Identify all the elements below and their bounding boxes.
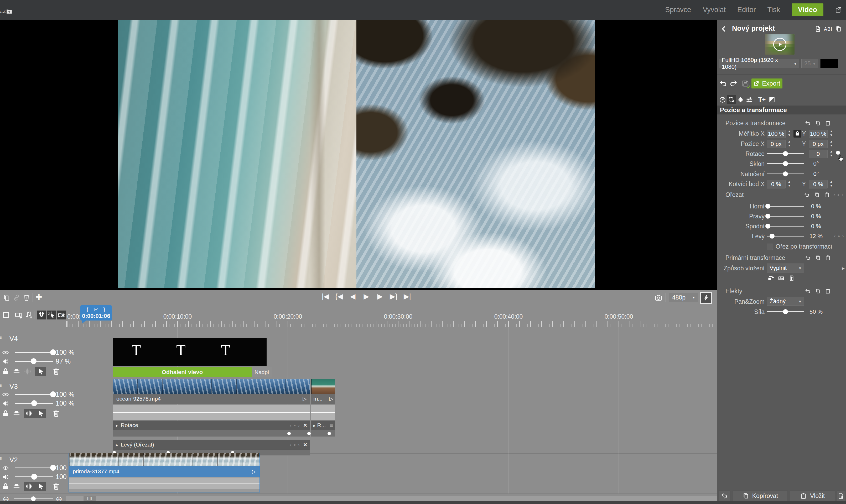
tab-vyvolat[interactable]: Vyvolat xyxy=(703,6,726,14)
add-video-track-icon[interactable] xyxy=(15,311,22,319)
undo-icon[interactable] xyxy=(719,79,727,87)
spin-down-icon[interactable]: ▼ xyxy=(788,133,791,137)
copy-icon[interactable] xyxy=(815,120,821,126)
clip-label-bar[interactable]: m... ▷ xyxy=(311,394,335,404)
param-row-rotation-2[interactable]: ▸R... ≡ xyxy=(311,420,335,430)
undock-icon[interactable] xyxy=(835,6,842,13)
paste-icon[interactable] xyxy=(824,192,830,198)
expand-icon[interactable]: ▸ xyxy=(116,443,118,448)
rotation-input[interactable]: 0 xyxy=(809,150,828,158)
next-keyframe-icon[interactable]: › xyxy=(842,233,844,239)
timeline-zoom-slider[interactable] xyxy=(14,499,53,499)
duplicate-icon[interactable] xyxy=(835,25,842,32)
insert-mode-icon[interactable] xyxy=(13,410,20,417)
delete-track-icon[interactable] xyxy=(52,367,60,375)
volume-slider[interactable] xyxy=(15,403,53,404)
crop-top-slider[interactable] xyxy=(767,206,804,206)
crop-bottom-slider[interactable] xyxy=(767,226,804,227)
tab-editor[interactable]: Editor xyxy=(737,6,756,14)
volume-slider[interactable] xyxy=(15,476,53,477)
clip-expand-icon[interactable]: ▷ xyxy=(329,396,333,402)
play-button[interactable]: ▶ xyxy=(362,292,371,301)
lock-track-icon[interactable] xyxy=(2,367,10,375)
tab-spravce[interactable]: Správce xyxy=(665,6,691,14)
keyframe-strip-rotation[interactable] xyxy=(113,430,310,436)
reset-icon[interactable] xyxy=(805,255,811,261)
paste-icon[interactable] xyxy=(825,288,831,294)
project-thumbnail[interactable] xyxy=(765,34,794,55)
step-back-button[interactable]: ◀ xyxy=(348,292,357,301)
spin-up-icon[interactable]: ▲ xyxy=(830,129,833,133)
scale-y-input[interactable]: 100 % xyxy=(809,130,828,138)
select-tool-toggle[interactable] xyxy=(47,310,56,320)
speaker-icon[interactable] xyxy=(2,358,9,365)
anchor-x-input[interactable]: 0 % xyxy=(767,180,786,188)
prev-keyframe-icon[interactable]: ‹ xyxy=(833,192,835,198)
hardware-acceleration-toggle[interactable] xyxy=(700,292,712,304)
crop-right-slider[interactable] xyxy=(767,216,804,217)
tools-caret-icon[interactable]: ▾ xyxy=(61,313,64,318)
select-mode-icon[interactable] xyxy=(35,367,46,376)
paste-settings-button[interactable] xyxy=(837,490,845,501)
ocean-clip[interactable]: ocean-92578.mp4 ▷ xyxy=(113,379,310,447)
background-color-swatch[interactable] xyxy=(820,59,838,68)
anchor-y-input[interactable]: 0 % xyxy=(809,180,828,188)
eye-icon[interactable] xyxy=(2,349,9,356)
export-button[interactable]: Export xyxy=(752,78,782,88)
keyframe-dot-icon[interactable]: ● xyxy=(837,193,840,197)
keyframe-point[interactable] xyxy=(307,432,311,435)
keyframe-dot-icon[interactable]: ● xyxy=(294,423,296,427)
spin-down-icon[interactable]: ▼ xyxy=(788,184,791,188)
spin-up-icon[interactable]: ▲ xyxy=(788,180,791,184)
undo-button[interactable] xyxy=(718,490,730,501)
reset-icon[interactable] xyxy=(805,288,811,294)
mark-out-icon[interactable]: } xyxy=(104,306,106,312)
copy-icon[interactable] xyxy=(815,288,821,294)
rotation-slider[interactable] xyxy=(767,153,804,154)
volume-slider[interactable] xyxy=(15,361,53,362)
track-grip-icon[interactable]: ≡ xyxy=(0,455,2,462)
clip-label-bar[interactable]: priroda-31377.mp4 ▷ xyxy=(69,466,260,477)
keyframe-nav[interactable]: ‹●› xyxy=(834,233,844,239)
delete-track-icon[interactable] xyxy=(52,410,60,417)
paste-icon[interactable] xyxy=(825,120,831,126)
link-clips-icon[interactable] xyxy=(13,294,20,302)
format-select[interactable]: FullHD 1080p (1920 x 1080) ▾ xyxy=(719,59,799,68)
clip-label-bar[interactable]: ocean-92578.mp4 ▷ xyxy=(113,394,310,404)
crop-left-slider[interactable] xyxy=(767,236,804,236)
param-row-crop-left[interactable]: ▸Levý (Ořezat) ‹●› × xyxy=(113,440,310,449)
paste-icon[interactable] xyxy=(825,255,831,261)
add-audio-track-icon[interactable] xyxy=(25,311,33,319)
scale-y-spinner[interactable]: ▲▼ xyxy=(829,129,834,137)
clip-expand-icon[interactable]: ▷ xyxy=(303,396,306,402)
scrollbar-thumb[interactable]: |||| xyxy=(84,496,96,501)
prev-keyframe-icon[interactable]: ‹ xyxy=(290,422,292,428)
tab-video[interactable]: Video xyxy=(792,3,824,16)
anchor-x-spinner[interactable]: ▲▼ xyxy=(787,180,792,188)
title-clip[interactable]: T T T xyxy=(113,338,267,366)
go-to-selection-end-button[interactable]: ▶} xyxy=(389,292,398,301)
transition-clip[interactable]: Odhalení vlevo xyxy=(113,367,252,377)
paste-button[interactable]: Vložit xyxy=(790,490,835,501)
go-to-start-button[interactable]: |◀ xyxy=(321,292,330,301)
reset-icon[interactable] xyxy=(805,120,811,126)
copy-icon[interactable] xyxy=(814,192,820,198)
prev-keyframe-icon[interactable]: ‹ xyxy=(290,442,292,448)
expand-icon[interactable]: ▸ xyxy=(313,423,316,428)
panzoom-select[interactable]: Žádný ▾ xyxy=(767,297,804,306)
eye-icon[interactable] xyxy=(2,465,9,471)
rotation-spinner[interactable]: ▲▼ xyxy=(829,150,834,158)
panel-expand-icon[interactable]: ▸ xyxy=(842,265,845,272)
position-y-input[interactable]: 0 px xyxy=(809,140,828,148)
eye-icon[interactable] xyxy=(2,391,9,398)
add-text-tool-icon[interactable]: T+ xyxy=(758,95,766,104)
lock-aspect-icon[interactable] xyxy=(793,130,801,138)
insert-mode-icon[interactable] xyxy=(13,483,20,490)
position-y-spinner[interactable]: ▲▼ xyxy=(829,140,834,147)
opacity-slider[interactable] xyxy=(15,352,53,353)
rotate-90-icon[interactable] xyxy=(767,275,774,282)
title-label-clip[interactable]: Nadpi xyxy=(252,367,272,377)
delete-track-icon[interactable] xyxy=(52,483,60,490)
keyframe-point[interactable] xyxy=(328,432,331,435)
back-icon[interactable] xyxy=(720,25,727,32)
